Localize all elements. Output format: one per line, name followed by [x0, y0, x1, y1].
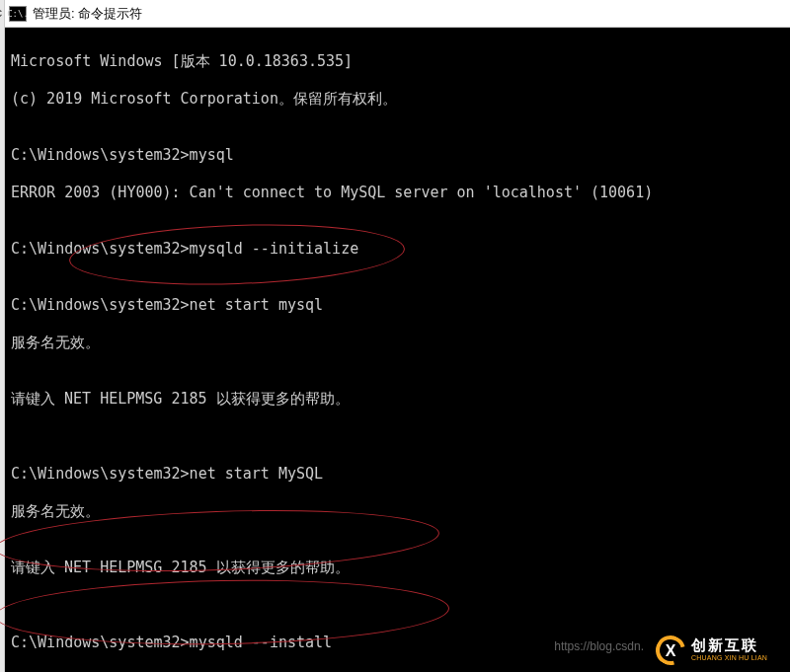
terminal-line: 请键入 NET HELPMSG 2185 以获得更多的帮助。: [11, 559, 784, 577]
cmd-window: C:\. 管理员: 命令提示符 Microsoft Windows [版本 10…: [5, 0, 790, 672]
adjacent-sliver-char: c: [0, 6, 2, 20]
logo-badge: X 创新互联 CHUANG XIN HU LIAN: [650, 629, 790, 672]
titlebar[interactable]: C:\. 管理员: 命令提示符: [5, 0, 790, 28]
window-title: 管理员: 命令提示符: [33, 5, 142, 23]
logo-cn-text: 创新互联: [691, 638, 767, 654]
terminal-line: 服务名无效。: [11, 334, 784, 352]
terminal-line: 请键入 NET HELPMSG 2185 以获得更多的帮助。: [11, 390, 784, 409]
terminal-line: C:\Windows\system32>net start MySQL: [11, 465, 784, 484]
terminal-output[interactable]: Microsoft Windows [版本 10.0.18363.535] (c…: [5, 28, 790, 672]
terminal-line: Microsoft Windows [版本 10.0.18363.535]: [11, 52, 784, 71]
cmd-icon: C:\.: [9, 6, 27, 22]
terminal-line: C:\Windows\system32>mysqld --initialize: [11, 240, 784, 259]
watermark-text: https://blog.csdn.: [554, 637, 644, 656]
terminal-line: C:\Windows\system32>net start mysql: [11, 296, 784, 315]
terminal-line: 服务名无效。: [11, 502, 784, 521]
terminal-line: (c) 2019 Microsoft Corporation。保留所有权利。: [11, 90, 784, 109]
terminal-line: C:\Windows\system32>mysql: [11, 146, 784, 165]
logo-mark-icon: X: [656, 635, 685, 665]
terminal-line: ERROR 2003 (HY000): Can't connect to MyS…: [11, 184, 784, 202]
